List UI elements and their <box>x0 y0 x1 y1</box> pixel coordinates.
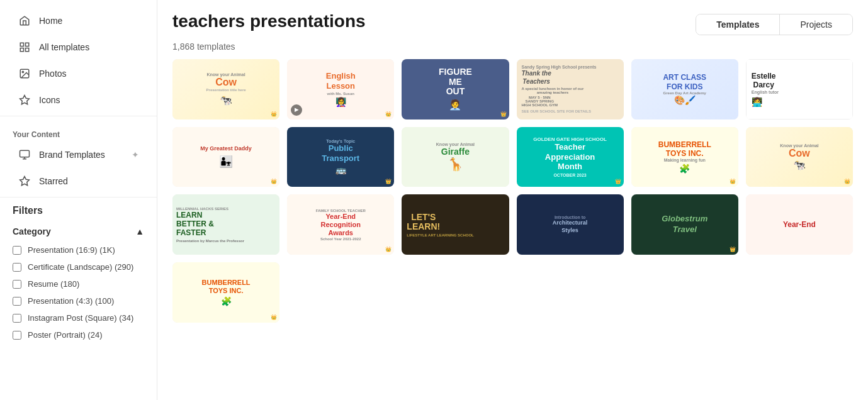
card-learn[interactable]: MILLENNIAL HACKS SERIES LEARNBETTER &FAS… <box>172 194 279 255</box>
svg-marker-8 <box>20 177 30 186</box>
template-grid: Know your Animal Cow Presentation title … <box>172 59 853 323</box>
card-daddy[interactable]: My Greatest Daddy 👨‍👧 👑 <box>172 127 279 187</box>
tab-projects[interactable]: Projects <box>780 14 852 35</box>
sidebar-item-home[interactable]: Home <box>5 8 152 34</box>
card-cow1[interactable]: Know your Animal Cow Presentation title … <box>172 59 279 119</box>
sidebar-label-brand-templates: Brand Templates <box>39 150 105 160</box>
icons-icon <box>18 93 31 107</box>
category-title: Category <box>13 226 51 236</box>
photos-icon <box>18 67 31 81</box>
card-giraffe[interactable]: Know your Animal Giraffe 🦒 <box>402 127 509 187</box>
category-label-certificate: Certificate (Landscape) (290) <box>28 262 133 272</box>
sidebar-label-starred: Starred <box>39 176 68 186</box>
checkbox-presentation-16-9[interactable] <box>13 246 21 255</box>
card-globestrum[interactable]: GlobestrumTravel 👑 <box>631 194 738 255</box>
category-label-poster: Poster (Portrait) (24) <box>28 330 102 340</box>
card-bumberrell1[interactable]: BUMBERRELLTOYS INC. Making learning fun … <box>631 127 738 187</box>
checkbox-poster[interactable] <box>13 331 21 340</box>
grid-icon <box>18 40 31 54</box>
category-presentation-16-9[interactable]: Presentation (16:9) (1K) <box>0 242 157 258</box>
card-letslearn[interactable]: LET'SLEARN! LIFESTYLE ART LEARNING SCHOO… <box>402 194 509 255</box>
your-content-title: Your Content <box>0 124 157 142</box>
svg-rect-0 <box>20 43 23 46</box>
checkbox-presentation-4-3[interactable] <box>13 297 21 306</box>
card-transport[interactable]: Today's Topic PublicTransport 🚌 👑 <box>287 127 394 187</box>
card-yearend2[interactable]: Year-End <box>746 194 853 255</box>
category-presentation-4-3[interactable]: Presentation (4:3) (100) <box>0 292 157 309</box>
svg-rect-3 <box>26 48 29 52</box>
crown-badge-daddy: 👑 <box>271 179 277 184</box>
checkbox-instagram[interactable] <box>13 314 21 323</box>
crown-badge-figure: 👑 <box>500 111 507 117</box>
card-artclass[interactable]: ART CLASSFOR KIDS Green Day Art Academy … <box>631 59 738 119</box>
crown-badge-english: 👑 <box>385 111 392 117</box>
card-teacher-appreciation[interactable]: GOLDEN GATE HIGH SCHOOL TeacherAppreciat… <box>517 127 624 187</box>
crown-badge-globestrum: 👑 <box>730 247 736 252</box>
main-header: teachers presentations Templates Project… <box>157 0 868 42</box>
svg-point-5 <box>22 71 23 72</box>
tab-templates[interactable]: Templates <box>696 14 780 35</box>
sidebar-item-starred[interactable]: Starred <box>5 168 152 194</box>
svg-marker-6 <box>20 96 30 104</box>
main-content: teachers presentations Templates Project… <box>157 0 868 400</box>
home-icon <box>18 14 31 28</box>
sidebar-item-photos[interactable]: Photos <box>5 60 152 87</box>
page-title: teachers presentations <box>172 11 366 31</box>
card-yearend1[interactable]: FAMILY SCHOOL TEACHER Year-EndRecognitio… <box>287 194 394 255</box>
svg-rect-7 <box>20 150 30 157</box>
play-icon: ▶ <box>291 104 302 116</box>
crown-badge-teacher: 👑 <box>615 179 621 184</box>
card-thank[interactable]: Sandy Spring High School presents Thank … <box>517 59 624 119</box>
sidebar-item-icons[interactable]: Icons <box>5 87 152 113</box>
filters-title: Filters <box>0 200 157 221</box>
card-figure[interactable]: FIGUREMEOUT 🧑‍💼 👑 <box>402 59 509 119</box>
checkbox-resume[interactable] <box>13 280 21 289</box>
crown-badge-transport: 👑 <box>385 179 392 184</box>
crown-badge-bumberrell2: 👑 <box>271 314 277 320</box>
category-instagram[interactable]: Instagram Post (Square) (34) <box>0 309 157 326</box>
card-cow2[interactable]: Know your Animal Cow 🐄 👑 <box>746 127 853 187</box>
card-bumberrell2[interactable]: BUMBERRELLTOYS INC. 🧩 👑 <box>172 262 279 323</box>
crown-badge: 👑 <box>271 111 277 117</box>
sidebar-label-all-templates: All templates <box>39 42 89 52</box>
sidebar-label-home: Home <box>39 16 62 26</box>
star-icon <box>18 174 31 188</box>
svg-rect-1 <box>26 43 29 46</box>
category-label-presentation-4-3: Presentation (4:3) (100) <box>28 296 114 306</box>
category-label-presentation-16-9: Presentation (16:9) (1K) <box>28 245 115 255</box>
card-english[interactable]: EnglishLesson with Ms. Susan 👩‍🏫 ▶ 👑 <box>287 59 394 119</box>
brand-icon <box>18 148 31 162</box>
card-estelle[interactable]: EstelleDarcy English tutor 👩‍💻 <box>746 59 853 119</box>
category-certificate[interactable]: Certificate (Landscape) (290) <box>0 258 157 275</box>
svg-rect-2 <box>20 48 23 52</box>
chevron-up-icon: ▲ <box>135 226 144 236</box>
crown-badge-yearend1: 👑 <box>385 247 392 252</box>
category-header[interactable]: Category ▲ <box>0 221 157 242</box>
grid-container: Know your Animal Cow Presentation title … <box>157 59 868 400</box>
category-label-instagram: Instagram Post (Square) (34) <box>28 313 133 323</box>
card-arch[interactable]: Introduction to ArchitecturalStyles <box>517 194 624 255</box>
crown-badge-cow2: 👑 <box>844 179 850 184</box>
header-tabs: Templates Projects <box>696 14 853 35</box>
template-count: 1,868 templates <box>157 42 868 59</box>
sidebar-item-brand-templates[interactable]: Brand Templates ✦ <box>5 142 152 168</box>
category-label-resume: Resume (180) <box>28 279 79 289</box>
sidebar: Home All templates Photos Icons Your Con… <box>0 0 157 400</box>
checkbox-certificate[interactable] <box>13 263 21 272</box>
crown-badge-bumberrell1: 👑 <box>730 179 736 184</box>
sidebar-item-all-templates[interactable]: All templates <box>5 34 152 60</box>
brand-templates-star: ✦ <box>132 150 139 160</box>
sidebar-label-photos: Photos <box>39 69 67 79</box>
sidebar-label-icons: Icons <box>39 95 60 105</box>
category-resume[interactable]: Resume (180) <box>0 275 157 292</box>
category-poster[interactable]: Poster (Portrait) (24) <box>0 326 157 343</box>
